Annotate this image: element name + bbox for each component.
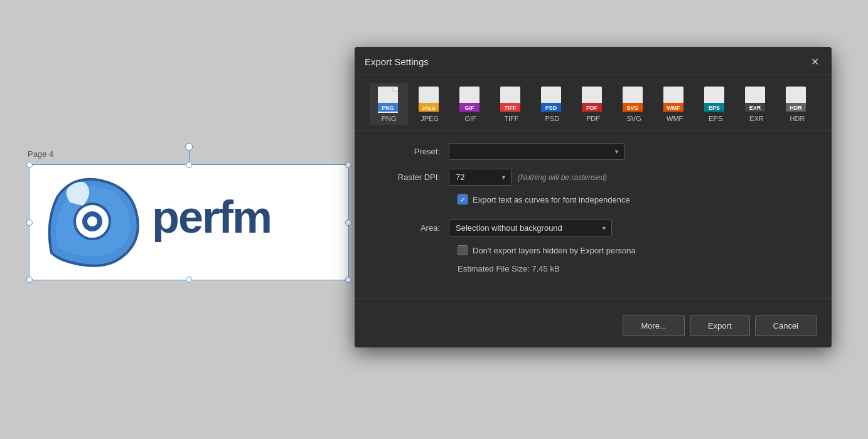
checkmark-icon: ✓ <box>460 196 466 203</box>
format-png[interactable]: PNG PNG <box>370 83 408 125</box>
svg-text:HDR: HDR <box>790 105 803 111</box>
svg-label: SVG <box>626 115 641 122</box>
area-label: Area: <box>373 223 449 233</box>
handle-bottom-mid[interactable] <box>186 277 192 283</box>
svg-text:EXR: EXR <box>749 105 761 111</box>
format-hdr[interactable]: HDR HDR <box>778 83 817 125</box>
format-jpeg[interactable]: JPEG JPEG <box>410 83 449 125</box>
svg-text:PDF: PDF <box>586 105 598 111</box>
format-wmf[interactable]: WMF WMF <box>656 83 694 125</box>
svg-icon: SVG <box>621 85 646 113</box>
handle-top-mid[interactable] <box>186 162 192 168</box>
psd-icon: PSD <box>540 85 565 113</box>
png-icon: PNG <box>377 85 402 113</box>
psd-label: PSD <box>545 115 560 122</box>
cancel-button[interactable]: Cancel <box>755 315 817 336</box>
format-pdf[interactable]: PDF PDF <box>574 83 612 125</box>
export-button[interactable]: Export <box>690 315 750 336</box>
format-bar: PNG PNG JPEG JPEG G <box>355 75 832 130</box>
png-label: PNG <box>382 115 397 122</box>
dpi-control: 72 96 150 300 (Nothing will be rasterise… <box>449 169 607 186</box>
pdf-icon: PDF <box>581 85 606 113</box>
handle-bottom-left[interactable] <box>26 277 33 283</box>
wmf-icon: WMF <box>662 85 687 113</box>
handle-top-left[interactable] <box>26 162 33 168</box>
svg-text:SVG: SVG <box>627 105 639 111</box>
preset-label: Preset: <box>373 147 449 156</box>
svg-point-2 <box>87 216 97 226</box>
dialog-footer: More... Export Cancel <box>355 309 832 347</box>
exr-icon: EXR <box>744 85 769 113</box>
file-size-label: Estimated File Size: <box>458 264 530 273</box>
preset-select-wrap <box>449 143 624 160</box>
svg-text:GIF: GIF <box>464 105 474 111</box>
hdr-label: HDR <box>790 115 805 122</box>
format-gif[interactable]: GIF GIF <box>451 83 490 125</box>
svg-text:PNG: PNG <box>382 105 394 111</box>
jpeg-icon: JPEG <box>417 85 442 113</box>
format-tiff[interactable]: TIFF TIFF <box>492 83 530 125</box>
selection-box: perfm <box>29 164 349 280</box>
more-button[interactable]: More... <box>623 315 684 336</box>
svg-text:JPEG: JPEG <box>422 105 435 111</box>
dpi-select[interactable]: 72 96 150 300 <box>449 169 512 186</box>
dialog-content: Preset: Raster DPI: 72 96 150 300 <box>355 130 832 296</box>
format-exr[interactable]: EXR EXR <box>737 83 776 125</box>
export-text-curves-row: ✓ Export text as curves for font indepen… <box>373 194 813 204</box>
tiff-icon: TIFF <box>499 85 524 113</box>
exr-label: EXR <box>749 115 764 122</box>
export-text-curves-label[interactable]: ✓ Export text as curves for font indepen… <box>458 194 630 204</box>
preset-row: Preset: <box>373 143 813 160</box>
format-svg[interactable]: SVG SVG <box>615 83 653 125</box>
handle-bottom-right[interactable] <box>345 277 351 283</box>
rotation-handle[interactable] <box>185 143 193 151</box>
file-size-value: 7.45 kB <box>532 264 560 273</box>
area-select-wrap: Selection without background Whole docum… <box>449 220 612 236</box>
logo-preview: perfm <box>29 165 348 268</box>
dpi-select-wrap: 72 96 150 300 <box>449 169 512 186</box>
dont-export-hidden-label[interactable]: Don't export layers hidden by Export per… <box>458 245 636 255</box>
area-control: Selection without background Whole docum… <box>449 220 612 236</box>
dialog-title: Export Settings <box>365 56 429 67</box>
handle-top-right[interactable] <box>345 162 351 168</box>
wmf-label: WMF <box>667 115 683 122</box>
dont-export-hidden-checkbox[interactable] <box>458 245 468 255</box>
area-select[interactable]: Selection without background Whole docum… <box>449 220 612 236</box>
svg-text:EPS: EPS <box>709 105 720 111</box>
preset-control <box>449 143 624 160</box>
svg-text:PSD: PSD <box>545 105 557 111</box>
format-psd[interactable]: PSD PSD <box>533 83 571 125</box>
dont-export-hidden-text: Don't export layers hidden by Export per… <box>473 246 636 255</box>
raster-dpi-label: Raster DPI: <box>373 172 449 182</box>
export-settings-dialog: Export Settings ✕ PNG PNG <box>355 47 832 347</box>
file-size-row: Estimated File Size: 7.45 kB <box>373 264 813 273</box>
handle-mid-right[interactable] <box>345 220 351 226</box>
close-button[interactable]: ✕ <box>808 55 822 68</box>
footer-divider <box>355 299 832 299</box>
format-eps[interactable]: EPS EPS <box>697 83 735 125</box>
eps-label: EPS <box>709 115 722 122</box>
svg-text:WMF: WMF <box>667 105 680 111</box>
raster-hint: (Nothing will be rasterised) <box>518 173 607 182</box>
dialog-titlebar: Export Settings ✕ <box>355 47 832 75</box>
jpeg-label: JPEG <box>421 115 439 122</box>
gif-label: GIF <box>465 115 476 122</box>
handle-mid-left[interactable] <box>26 220 33 226</box>
gif-icon: GIF <box>458 85 483 113</box>
tiff-label: TIFF <box>504 115 518 122</box>
hdr-icon: HDR <box>785 85 810 113</box>
pdf-label: PDF <box>586 115 600 122</box>
area-row: Area: Selection without background Whole… <box>373 220 813 236</box>
page-label: Page 4 <box>28 149 53 159</box>
dont-export-hidden-row: Don't export layers hidden by Export per… <box>373 245 813 255</box>
raster-dpi-row: Raster DPI: 72 96 150 300 (Nothing will … <box>373 169 813 186</box>
rotation-line <box>189 150 190 162</box>
export-text-curves-checkbox[interactable]: ✓ <box>458 194 468 204</box>
svg-text:TIFF: TIFF <box>504 105 516 111</box>
eps-icon: EPS <box>703 85 728 113</box>
preset-select[interactable] <box>449 143 624 160</box>
export-text-curves-text: Export text as curves for font independe… <box>473 195 630 204</box>
